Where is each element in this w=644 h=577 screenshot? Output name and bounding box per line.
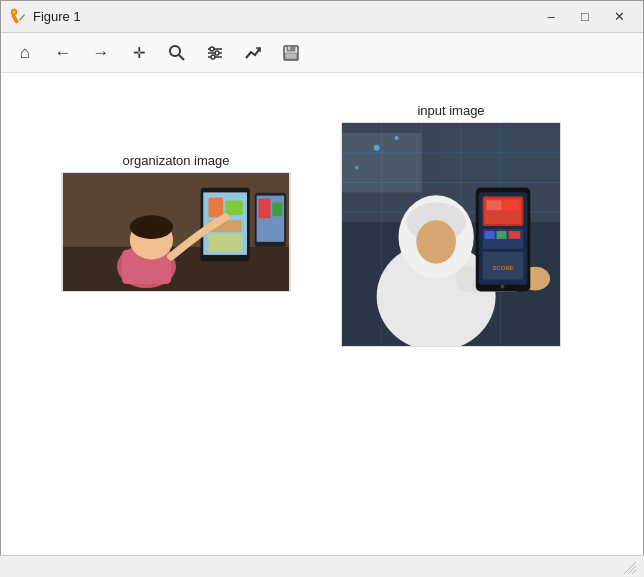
svg-rect-62: [497, 231, 507, 239]
org-image: [61, 172, 291, 292]
svg-point-8: [210, 47, 214, 51]
svg-point-50: [416, 220, 456, 264]
input-image: SCORE: [341, 122, 561, 347]
input-image-label: input image: [417, 103, 484, 118]
svg-point-44: [374, 145, 380, 151]
svg-rect-61: [485, 231, 495, 239]
canvas-area: organizaton image: [1, 73, 644, 556]
settings-button[interactable]: [197, 37, 233, 69]
svg-point-3: [170, 46, 180, 56]
resize-grip-icon: [622, 560, 636, 574]
svg-rect-1: [11, 14, 18, 23]
svg-point-45: [355, 166, 359, 170]
close-button[interactable]: ✕: [603, 5, 635, 29]
statusbar: [0, 555, 644, 577]
back-button[interactable]: ←: [45, 37, 81, 69]
home-button[interactable]: ⌂: [7, 37, 43, 69]
svg-rect-13: [285, 53, 297, 59]
org-image-label: organizaton image: [123, 153, 230, 168]
forward-button[interactable]: →: [83, 37, 119, 69]
minimize-button[interactable]: –: [535, 5, 567, 29]
zoom-icon: [168, 44, 186, 62]
configure-icon: [206, 44, 224, 62]
titlebar: Figure 1 – □ ✕: [1, 1, 643, 33]
svg-point-21: [130, 215, 173, 239]
svg-rect-26: [225, 201, 243, 216]
svg-point-46: [395, 136, 399, 140]
svg-point-10: [211, 55, 215, 59]
svg-line-69: [632, 570, 636, 574]
svg-line-68: [628, 566, 636, 574]
org-image-panel: organizaton image: [61, 153, 291, 292]
svg-point-2: [13, 10, 16, 13]
svg-rect-31: [259, 199, 271, 219]
input-image-panel: input image: [341, 103, 561, 347]
svg-point-9: [215, 51, 219, 55]
svg-rect-58: [487, 200, 502, 210]
titlebar-controls: – □ ✕: [535, 5, 635, 29]
svg-rect-63: [508, 231, 520, 239]
trend-icon: [244, 44, 262, 62]
svg-rect-32: [272, 203, 282, 217]
svg-rect-25: [208, 198, 223, 218]
svg-text:SCORE: SCORE: [493, 265, 514, 271]
save-button[interactable]: [273, 37, 309, 69]
svg-line-4: [179, 55, 184, 60]
svg-rect-14: [288, 46, 290, 50]
titlebar-left: Figure 1: [9, 8, 81, 26]
svg-point-66: [501, 285, 505, 289]
svg-rect-59: [504, 200, 519, 210]
trend-button[interactable]: [235, 37, 271, 69]
window-title: Figure 1: [33, 9, 81, 24]
wrench-icon: [9, 8, 27, 26]
pan-button[interactable]: ✛: [121, 37, 157, 69]
zoom-button[interactable]: [159, 37, 195, 69]
save-icon: [282, 44, 300, 62]
svg-rect-28: [208, 234, 241, 252]
toolbar: ⌂ ← → ✛: [1, 33, 643, 73]
maximize-button[interactable]: □: [569, 5, 601, 29]
